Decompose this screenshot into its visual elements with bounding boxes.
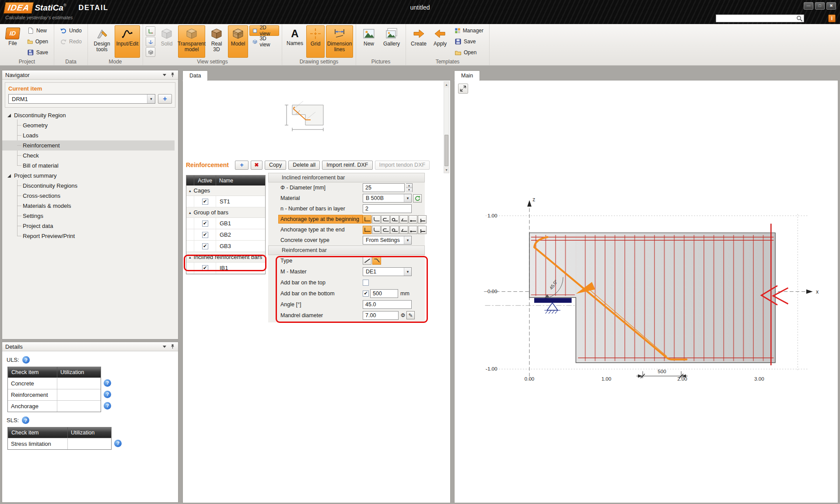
search-icon[interactable]	[796, 15, 803, 22]
template-open-button[interactable]: Open	[452, 47, 486, 58]
table-row-ib1[interactable]: ✔ IB1	[186, 262, 265, 274]
tree-item-geometry[interactable]: Geometry	[2, 120, 175, 130]
collapse-panel-icon[interactable]	[163, 346, 166, 348]
spin-down-icon[interactable]: ▼	[406, 188, 412, 192]
names-button[interactable]: A Names	[285, 25, 305, 58]
scrollbar-thumb[interactable]	[444, 135, 448, 166]
close-button[interactable]: ✖	[826, 2, 836, 10]
group-row-group-of-bars[interactable]: ▴ Group of bars	[186, 207, 265, 218]
help-icon[interactable]: ?	[104, 379, 111, 387]
tree-item-cross-sections[interactable]: Cross-sections	[2, 191, 175, 201]
tree-item-reinforcement[interactable]: Reinforcement	[2, 140, 175, 150]
active-checkbox[interactable]: ✔	[202, 232, 208, 238]
tab-data[interactable]: Data	[182, 70, 208, 81]
scroll-up-icon[interactable]: ▲	[444, 82, 449, 88]
angle-input[interactable]	[363, 300, 412, 309]
support-button[interactable]: i	[828, 14, 836, 22]
template-apply-button[interactable]: Apply	[430, 25, 450, 58]
search-input[interactable]	[716, 15, 796, 21]
help-icon[interactable]: ?	[22, 416, 29, 424]
help-icon[interactable]: ?	[104, 402, 111, 410]
active-checkbox[interactable]: ✔	[202, 265, 208, 271]
import-tendon-dxf-button[interactable]: Import tendon DXF	[375, 161, 430, 170]
tree-section-discontinuity-region[interactable]: Discontinuity Region	[2, 110, 178, 120]
group-row-inclined-bars[interactable]: ▴ Inclined reinforcement bars	[186, 252, 265, 262]
active-checkbox[interactable]: ✔	[202, 199, 208, 205]
spin-up-icon[interactable]: ▲	[406, 184, 412, 188]
bar-type-straight-button[interactable]	[363, 256, 371, 265]
axes-xy-button[interactable]	[146, 26, 155, 36]
cube-view-button[interactable]	[146, 47, 155, 57]
fit-view-button[interactable]	[458, 84, 468, 94]
anchorage-type-angled-button[interactable]	[399, 215, 408, 224]
active-checkbox[interactable]: ✔	[202, 243, 208, 249]
picture-new-button[interactable]: New	[359, 25, 379, 58]
table-row-gb2[interactable]: ✔ GB2	[186, 229, 265, 241]
open-button[interactable]: Open	[24, 36, 51, 47]
nbars-input[interactable]	[363, 204, 412, 213]
help-icon[interactable]: ?	[22, 356, 30, 364]
add-region-button[interactable]: +	[158, 94, 172, 104]
anchorage-type-hook-button[interactable]	[381, 226, 390, 234]
scroll-down-icon[interactable]: ▼	[444, 167, 449, 173]
delete-all-button[interactable]: Delete all	[288, 161, 320, 170]
bar-type-polyline-button[interactable]	[372, 256, 381, 265]
template-save-button[interactable]: Save	[452, 36, 486, 47]
scrollbar[interactable]: ▲ ▼	[444, 81, 449, 173]
solid-button[interactable]: Solid	[157, 25, 177, 58]
anchorage-type-bend-button[interactable]	[372, 215, 381, 224]
undo-button[interactable]: Undo	[57, 25, 85, 36]
material-edit-button[interactable]	[413, 194, 422, 203]
table-row-gb3[interactable]: ✔ GB3	[186, 241, 265, 252]
current-item-select[interactable]: DRM1 ▾	[8, 94, 155, 104]
add-top-checkbox[interactable]	[363, 280, 369, 286]
mandrel-edit-button[interactable]: ✎	[406, 311, 415, 319]
tree-item-bill-of-material[interactable]: Bill of material	[2, 161, 175, 171]
anchorage-type-head-button[interactable]	[409, 226, 417, 234]
help-icon[interactable]: ?	[104, 391, 111, 398]
anchorage-type-loop-button[interactable]	[390, 226, 399, 234]
diameter-input[interactable]	[363, 183, 405, 192]
tree-item-check[interactable]: Check	[2, 150, 175, 161]
minimize-button[interactable]: —	[804, 2, 813, 10]
add-bottom-length-input[interactable]	[370, 289, 398, 298]
maximize-button[interactable]: □	[815, 2, 825, 10]
gallery-button[interactable]: Gallery	[380, 25, 403, 58]
delete-reinforcement-button[interactable]: ✖	[251, 161, 262, 170]
anchorage-type-plate-button[interactable]	[418, 215, 427, 224]
transparent-model-button[interactable]: Transparent model	[178, 25, 205, 58]
input-edit-button[interactable]: Input/Edit	[115, 25, 140, 58]
add-bottom-checkbox[interactable]: ✔	[363, 290, 369, 297]
tree-item-project-data[interactable]: Project data	[2, 221, 175, 231]
view-3d-button[interactable]: 3D view	[249, 36, 279, 47]
import-reinf-dxf-button[interactable]: Import reinf. DXF	[322, 161, 372, 170]
anchorage-type-head-button[interactable]	[409, 215, 417, 224]
file-button[interactable]: ID File	[3, 25, 23, 58]
table-row-st1[interactable]: ✔ ST1	[186, 196, 265, 207]
template-manager-button[interactable]: Manager	[452, 25, 486, 36]
anchorage-type-straight-button[interactable]	[363, 215, 371, 224]
view-2d-button[interactable]: 2D view	[249, 25, 279, 36]
anchorage-type-loop-button[interactable]	[390, 215, 399, 224]
table-row-gb1[interactable]: ✔ GB1	[186, 218, 265, 229]
add-reinforcement-button[interactable]: +	[235, 161, 248, 170]
tree-item-report-preview-print[interactable]: Report Preview/Print	[2, 231, 175, 241]
pin-icon[interactable]	[170, 344, 175, 349]
pin-icon[interactable]	[170, 72, 175, 77]
grid-button[interactable]: Grid	[306, 25, 325, 58]
mandrel-input[interactable]	[363, 311, 399, 320]
template-create-button[interactable]: Create	[409, 25, 429, 58]
redo-button[interactable]: Redo	[57, 36, 85, 47]
anchorage-type-plate-button[interactable]	[418, 226, 427, 234]
model-button[interactable]: Model	[228, 25, 248, 58]
save-button[interactable]: Save	[24, 47, 51, 58]
axes-3d-button[interactable]	[146, 37, 155, 46]
master-select[interactable]: DE1 ▾	[363, 267, 412, 276]
tree-item-discontinuity-regions[interactable]: Discontinuity Regions	[2, 181, 175, 191]
collapse-panel-icon[interactable]	[163, 74, 166, 76]
design-tools-button[interactable]: Design tools	[91, 25, 113, 58]
tree-item-materials-models[interactable]: Materials & models	[2, 201, 175, 211]
anchorage-type-hook-button[interactable]	[381, 215, 390, 224]
anchorage-type-bend-button[interactable]	[372, 226, 381, 234]
anchorage-type-straight-button[interactable]	[363, 226, 371, 234]
